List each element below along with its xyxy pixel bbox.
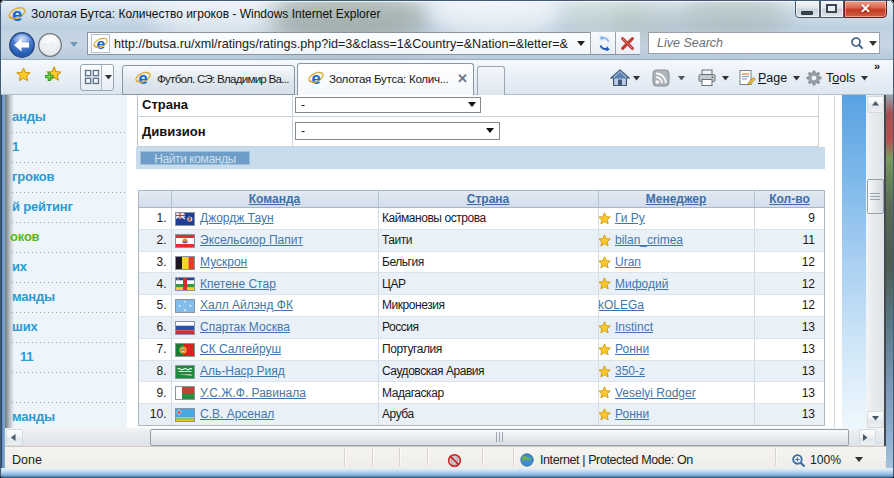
svg-text:e: e: [96, 36, 105, 51]
svg-text:e: e: [312, 70, 321, 86]
svg-text:e: e: [139, 70, 148, 86]
svg-text:e: e: [12, 5, 22, 23]
